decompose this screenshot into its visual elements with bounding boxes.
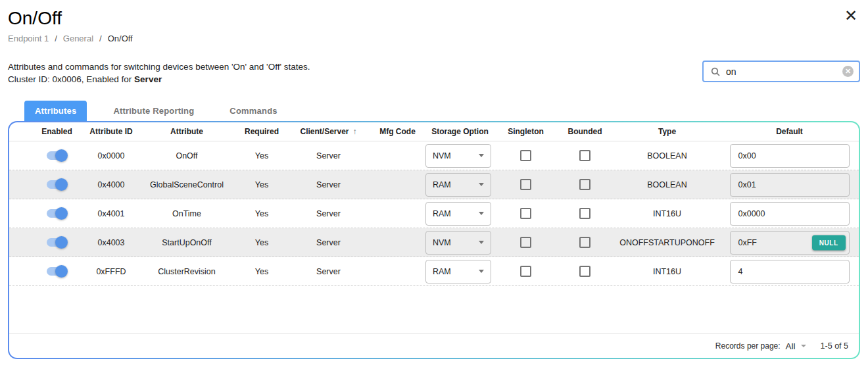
default-cell: 0xFF NULL bbox=[721, 231, 857, 255]
enabled-toggle[interactable] bbox=[47, 267, 64, 276]
storage-option-value: NVM bbox=[433, 151, 451, 160]
enabled-toggle[interactable] bbox=[47, 151, 64, 160]
singleton-cell bbox=[494, 208, 557, 219]
column-header-type[interactable]: Type bbox=[613, 127, 721, 136]
description-line: Attributes and commands for switching de… bbox=[8, 61, 310, 73]
table-footer: Records per page: All 1-5 of 5 bbox=[9, 333, 859, 358]
table-row: 0x4003 StartUpOnOff Yes Server NVM ONOFF… bbox=[9, 228, 859, 257]
attribute-name-cell: GlobalSceneControl bbox=[137, 180, 236, 189]
default-value: 0x01 bbox=[738, 180, 756, 189]
page-title: On/Off bbox=[8, 8, 62, 29]
default-cell: 0x00 bbox=[721, 144, 857, 168]
table-row: 0x4001 OnTime Yes Server RAM INT16U 0x00… bbox=[9, 199, 859, 228]
sort-ascending-icon: ↑ bbox=[353, 127, 357, 136]
bounded-checkbox[interactable] bbox=[579, 208, 591, 219]
required-cell: Yes bbox=[236, 209, 287, 218]
column-header-storage-option[interactable]: Storage Option bbox=[425, 127, 494, 136]
default-input[interactable]: 4 bbox=[730, 260, 850, 283]
storage-option-select[interactable]: NVM bbox=[425, 144, 491, 168]
client-server-cell: Server bbox=[287, 209, 370, 218]
cluster-description: Attributes and commands for switching de… bbox=[8, 61, 310, 86]
column-header-singleton[interactable]: Singleton bbox=[494, 127, 557, 136]
enabled-cell bbox=[29, 267, 85, 276]
attribute-name-cell: OnTime bbox=[137, 209, 236, 218]
storage-option-select[interactable]: RAM bbox=[425, 260, 491, 283]
singleton-checkbox[interactable] bbox=[520, 266, 531, 277]
singleton-checkbox[interactable] bbox=[520, 150, 531, 161]
client-server-cell: Server bbox=[287, 180, 370, 189]
search-input[interactable] bbox=[726, 66, 842, 77]
search-icon bbox=[710, 66, 721, 77]
storage-option-value: NVM bbox=[433, 238, 451, 247]
column-header-default[interactable]: Default bbox=[721, 127, 857, 136]
clear-search-icon[interactable]: ✕ bbox=[842, 66, 854, 77]
singleton-cell bbox=[494, 150, 557, 161]
storage-option-select[interactable]: RAM bbox=[425, 173, 491, 197]
enabled-toggle[interactable] bbox=[47, 180, 64, 189]
dropdown-caret-icon bbox=[479, 241, 484, 244]
storage-option-cell: RAM bbox=[425, 202, 494, 226]
default-input[interactable]: 0xFF NULL bbox=[730, 231, 850, 255]
table-row: 0x4000 GlobalSceneControl Yes Server RAM… bbox=[9, 170, 859, 199]
bounded-checkbox[interactable] bbox=[579, 150, 591, 161]
singleton-cell bbox=[494, 237, 557, 248]
breadcrumb-separator: / bbox=[99, 34, 102, 43]
singleton-cell bbox=[494, 179, 557, 190]
required-cell: Yes bbox=[236, 267, 287, 276]
enabled-cell bbox=[29, 180, 85, 189]
storage-option-value: RAM bbox=[433, 180, 451, 189]
bounded-checkbox[interactable] bbox=[579, 237, 591, 248]
type-cell: ONOFFSTARTUPONOFF bbox=[613, 238, 721, 247]
search-box[interactable]: ✕ bbox=[702, 61, 860, 82]
attribute-name-cell: StartUpOnOff bbox=[137, 238, 236, 247]
table-body: 0x0000 OnOff Yes Server NVM BOOLEAN 0x00 bbox=[9, 141, 859, 286]
default-input[interactable]: 0x01 bbox=[730, 173, 850, 197]
breadcrumb: Endpoint 1 / General / On/Off bbox=[8, 34, 133, 43]
column-header-required[interactable]: Required bbox=[236, 127, 287, 136]
storage-option-value: RAM bbox=[433, 267, 451, 276]
breadcrumb-current: On/Off bbox=[108, 34, 133, 43]
default-input[interactable]: 0x0000 bbox=[730, 202, 850, 226]
column-header-enabled[interactable]: Enabled bbox=[29, 127, 85, 136]
records-per-page-select[interactable]: All bbox=[786, 341, 806, 351]
singleton-cell bbox=[494, 266, 557, 277]
required-cell: Yes bbox=[236, 238, 287, 247]
table-row: 0xFFFD ClusterRevision Yes Server RAM IN… bbox=[9, 257, 859, 286]
storage-option-value: RAM bbox=[433, 209, 451, 218]
default-input[interactable]: 0x00 bbox=[730, 144, 850, 168]
enabled-cell bbox=[29, 238, 85, 247]
bounded-checkbox[interactable] bbox=[579, 179, 591, 190]
singleton-checkbox[interactable] bbox=[520, 208, 531, 219]
table-row: 0x0000 OnOff Yes Server NVM BOOLEAN 0x00 bbox=[9, 141, 859, 170]
column-header-mfg-code[interactable]: Mfg Code bbox=[370, 127, 425, 136]
tab-commands[interactable]: Commands bbox=[220, 101, 286, 121]
default-value: 0x0000 bbox=[738, 209, 765, 218]
dropdown-caret-icon bbox=[479, 270, 484, 273]
client-server-cell: Server bbox=[287, 238, 370, 247]
singleton-checkbox[interactable] bbox=[520, 237, 531, 248]
required-cell: Yes bbox=[236, 180, 287, 189]
storage-option-select[interactable]: NVM bbox=[425, 231, 491, 255]
column-header-attribute-id[interactable]: Attribute ID bbox=[85, 127, 137, 136]
tab-attribute-reporting[interactable]: Attribute Reporting bbox=[104, 101, 203, 121]
column-header-attribute[interactable]: Attribute bbox=[137, 127, 236, 136]
column-header-client-server[interactable]: Client/Server↑ bbox=[287, 127, 370, 136]
bounded-checkbox[interactable] bbox=[579, 266, 591, 277]
attribute-name-cell: OnOff bbox=[137, 151, 236, 160]
breadcrumb-endpoint[interactable]: Endpoint 1 bbox=[8, 34, 49, 43]
null-badge-button[interactable]: NULL bbox=[812, 235, 846, 250]
records-per-page-label: Records per page: bbox=[715, 341, 781, 351]
singleton-checkbox[interactable] bbox=[520, 179, 531, 190]
close-icon[interactable]: ✕ bbox=[844, 8, 857, 24]
enabled-toggle[interactable] bbox=[47, 209, 64, 218]
default-cell: 4 bbox=[721, 260, 857, 283]
attribute-id-cell: 0xFFFD bbox=[85, 267, 137, 276]
dropdown-caret-icon bbox=[479, 212, 484, 215]
default-value: 4 bbox=[738, 267, 743, 276]
attribute-id-cell: 0x4003 bbox=[85, 238, 137, 247]
tab-attributes[interactable]: Attributes bbox=[24, 101, 87, 121]
column-header-bounded[interactable]: Bounded bbox=[557, 127, 613, 136]
breadcrumb-general[interactable]: General bbox=[63, 34, 93, 43]
enabled-toggle[interactable] bbox=[47, 238, 64, 247]
storage-option-select[interactable]: RAM bbox=[425, 202, 491, 226]
